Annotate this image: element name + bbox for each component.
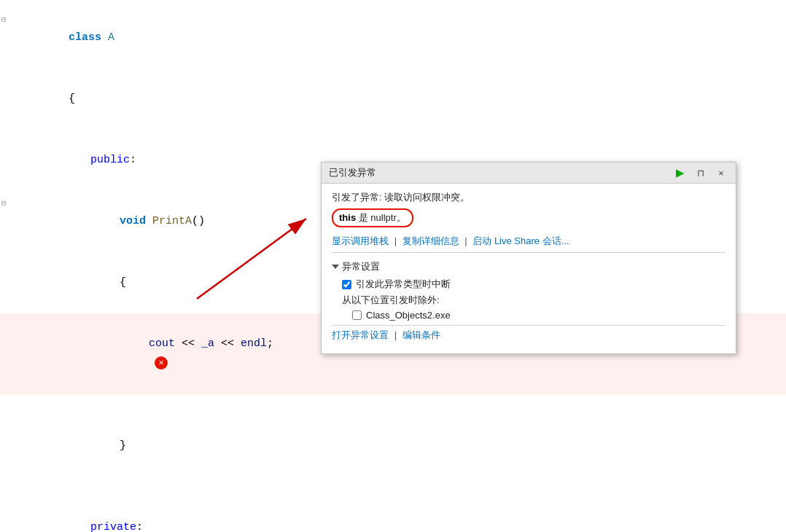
popup-body: 引发了异常: 读取访问权限冲突。 this 是 nullptr。 显示调用堆栈 …: [322, 184, 736, 353]
code-line-7: [0, 395, 786, 415]
link-edit-conditions[interactable]: 编辑条件: [402, 329, 440, 340]
collapse-icon-1[interactable]: ⊟: [1, 9, 7, 30]
error-icon[interactable]: ✕: [155, 356, 168, 369]
except-locations-label: 从以下位置引发时除外:: [342, 294, 725, 307]
popup-links: 显示调用堆栈 | 复制详细信息 | 启动 Live Share 会话...: [332, 235, 725, 248]
code-line-9: [0, 477, 786, 497]
code-line-2: {: [0, 69, 786, 130]
popup-close-button[interactable]: ×: [714, 165, 728, 180]
space: [101, 31, 108, 44]
fn-printa: PrintA: [152, 215, 192, 227]
section-title: 异常设置: [342, 260, 380, 273]
popup-bottom-links: 打开异常设置 | 编辑条件: [332, 329, 725, 346]
code-editor: ⊟ class A { public: ⊟ void PrintA() {: [0, 0, 786, 532]
code-line-8: }: [0, 415, 786, 477]
keyword-void: void: [120, 215, 146, 227]
line-content-10: private:: [22, 497, 786, 532]
link-stack[interactable]: 显示调用堆栈: [332, 235, 389, 246]
popup-pin-button[interactable]: ⊓: [693, 165, 708, 180]
class-name: A: [108, 31, 114, 44]
popup-header: 已引发异常 ▶ ⊓ ×: [322, 163, 736, 184]
exception-highlight: this 是 nullptr。: [332, 208, 413, 227]
colon: :: [130, 154, 136, 166]
break-on-exception-row: 引发此异常类型时中断: [342, 278, 725, 291]
popup-title: 已引发异常: [329, 166, 376, 179]
link-open-settings[interactable]: 打开异常设置: [332, 329, 389, 340]
break-on-exception-label: 引发此异常类型时中断: [356, 278, 451, 291]
keyword-public: public: [90, 154, 130, 166]
keyword-class: class: [69, 31, 101, 44]
exe-label: Class_Objects2.exe: [366, 310, 451, 321]
line-content-1: class A: [22, 7, 786, 69]
code-line-1: ⊟ class A: [0, 7, 786, 69]
collapse-icon-4[interactable]: ⊟: [1, 193, 7, 214]
triangle-down-icon: [332, 265, 339, 269]
popup-exception-settings: 异常设置 引发此异常类型时中断 从以下位置引发时除外: Class_Object…: [332, 260, 725, 321]
line-content-2: {: [22, 69, 786, 130]
popup-play-button[interactable]: ▶: [673, 165, 688, 180]
exception-popup: 已引发异常 ▶ ⊓ × 引发了异常: 读取访问权限冲突。 this 是 null…: [321, 162, 736, 354]
popup-section-header[interactable]: 异常设置: [332, 260, 725, 273]
link-liveshare[interactable]: 启动 Live Share 会话...: [472, 235, 569, 246]
break-on-exception-checkbox[interactable]: [342, 280, 351, 289]
popup-header-icons: ▶ ⊓ ×: [673, 165, 728, 180]
link-copy[interactable]: 复制详细信息: [402, 235, 459, 246]
line-content-8: }: [22, 415, 786, 477]
code-line-10: private:: [0, 497, 786, 532]
brace-open: {: [69, 93, 75, 105]
exe-exception-checkbox[interactable]: [352, 310, 362, 320]
exception-title: 引发了异常: 读取访问权限冲突。: [332, 191, 725, 204]
exe-exception-row: Class_Objects2.exe: [352, 310, 725, 321]
